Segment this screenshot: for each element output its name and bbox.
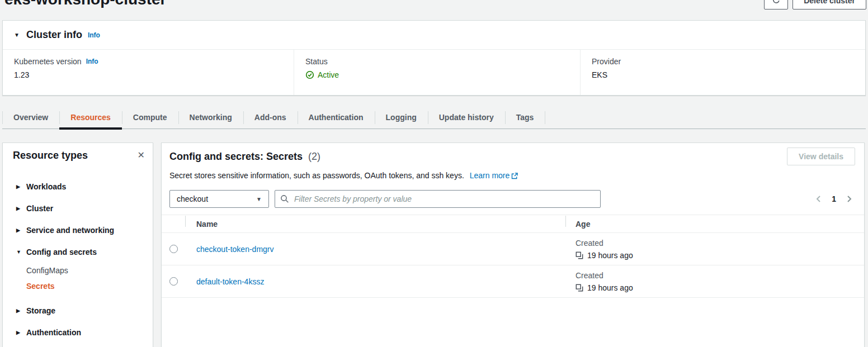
provider-label: Provider [592,57,621,66]
table-header-row: Name Age [162,215,864,233]
tab-add-ons[interactable]: Add-ons [243,106,298,129]
sidebar-item-authentication[interactable]: ▶ Authentication [3,321,153,343]
cluster-info-info-link[interactable]: Info [88,31,100,39]
age-value: 19 hours ago [587,249,633,262]
sidebar-item-label: Workloads [26,182,66,191]
row-radio-button[interactable] [169,277,178,286]
sidebar-item-config-and-secrets[interactable]: ▼ Config and secrets [3,241,153,263]
tab-resources[interactable]: Resources [59,106,122,129]
close-icon[interactable]: ✕ [138,149,145,162]
resource-types-list: ▶ Workloads ▶ Cluster ▶ Service and netw… [3,175,153,347]
tab-authentication[interactable]: Authentication [298,106,375,129]
cluster-tabs: Overview Resources Compute Networking Ad… [2,106,866,129]
chevron-left-icon[interactable] [815,194,822,203]
expand-icon: ▶ [16,308,26,313]
collapse-icon: ▼ [16,249,26,255]
age-created-label: Created [575,269,864,282]
collapse-caret-icon: ▼ [14,32,20,38]
sidebar-item-label: Storage [26,306,55,315]
filter-type-dropdown[interactable]: checkout ▼ [169,190,269,208]
secrets-description: Secret stores sensitive information, suc… [169,171,464,180]
tab-networking[interactable]: Networking [178,106,243,129]
secrets-table: Name Age checkout-token-dmgrv Created [162,215,864,298]
sidebar-item-cluster[interactable]: ▶ Cluster [3,197,153,219]
column-header-age: Age [565,220,864,229]
expand-icon: ▶ [16,330,26,335]
refresh-button[interactable] [764,0,788,9]
field-kubernetes-version: Kubernetes version Info 1.23 [3,50,294,95]
sidebar-item-label: Authentication [26,328,81,337]
kubernetes-version-value: 1.23 [14,70,282,79]
sidebar-item-label: Service and networking [26,226,114,235]
status-badge: Active [318,70,339,79]
chevron-right-icon[interactable] [846,194,853,203]
tab-overview[interactable]: Overview [2,106,59,129]
pagination: 1 [815,190,853,208]
tab-compute[interactable]: Compute [122,106,178,129]
dropdown-caret-icon: ▼ [256,196,262,202]
cluster-info-body: Kubernetes version Info 1.23 Status Acti… [3,50,865,95]
resource-types-panel: Resource types ✕ ▶ Workloads ▶ Cluster ▶… [2,142,153,347]
age-created-label: Created [575,237,864,249]
header-actions: Delete cluster [764,0,866,9]
kubernetes-version-info-link[interactable]: Info [86,58,98,65]
secrets-panel: Config and secrets: Secrets (2) View det… [161,142,865,347]
search-icon [280,194,289,203]
secret-name-link[interactable]: default-token-4kssz [196,277,264,286]
sidebar-item-storage[interactable]: ▶ Storage [3,300,153,321]
sidebar-item-workloads[interactable]: ▶ Workloads [3,175,153,197]
tab-divider [545,106,545,129]
copy-icon[interactable] [575,284,583,292]
secret-name-link[interactable]: checkout-token-dmgrv [196,245,274,254]
page-number[interactable]: 1 [832,194,836,203]
age-value: 19 hours ago [587,282,633,294]
page-title: eks-workshop-cluster [4,0,166,8]
resource-types-title: Resource types [13,149,88,162]
sidebar-item-service-and-networking[interactable]: ▶ Service and networking [3,219,153,241]
check-circle-icon [305,70,314,79]
sidebar-item-label: Cluster [26,204,53,213]
sidebar-item-authorization[interactable]: ▶ Authorization [3,343,153,347]
expand-icon: ▶ [16,227,26,233]
secrets-count: (2) [308,151,320,162]
expand-icon: ▶ [16,206,26,211]
table-row: default-token-4kssz Created 19 hours ago [162,265,864,298]
tab-update-history[interactable]: Update history [428,106,505,129]
copy-icon[interactable] [575,251,583,259]
field-provider: Provider EKS [580,50,865,95]
sidebar-subitem-label: ConfigMaps [26,266,68,275]
external-link-icon [511,172,518,181]
learn-more-link[interactable]: Learn more [470,171,510,180]
search-input[interactable] [275,190,601,208]
sidebar-item-secrets[interactable]: Secrets [3,278,153,294]
status-label: Status [305,57,328,66]
cluster-info-header[interactable]: ▼ Cluster info Info [3,21,865,50]
sidebar-subitem-label: Secrets [26,282,55,291]
expand-icon: ▶ [16,184,26,189]
kubernetes-version-label: Kubernetes version [14,57,82,66]
sidebar-item-configmaps[interactable]: ConfigMaps [3,263,153,278]
cluster-info-title: Cluster info [26,29,82,41]
tab-tags[interactable]: Tags [505,106,545,129]
column-header-name: Name [185,220,565,229]
table-row: checkout-token-dmgrv Created 19 hours ag… [162,233,864,265]
cluster-info-panel: ▼ Cluster info Info Kubernetes version I… [2,20,866,96]
delete-cluster-button[interactable]: Delete cluster [792,0,866,9]
provider-value: EKS [592,70,854,79]
row-radio-button[interactable] [169,245,178,253]
secrets-panel-title: Config and secrets: Secrets [169,151,303,162]
refresh-icon [772,0,781,6]
filter-type-value: checkout [177,194,208,203]
sidebar-item-label: Config and secrets [26,248,97,256]
view-details-button[interactable]: View details [787,148,855,165]
tab-logging[interactable]: Logging [375,106,428,129]
field-status: Status Active [294,50,580,95]
